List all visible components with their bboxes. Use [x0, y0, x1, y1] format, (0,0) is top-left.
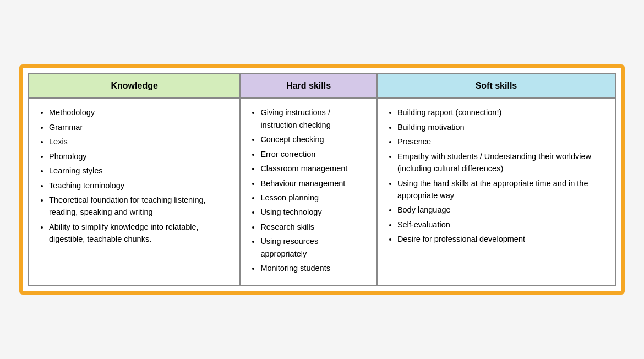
list-item: Behaviour management	[260, 177, 366, 189]
knowledge-cell: MethodologyGrammarLexisPhonologyLearning…	[29, 98, 240, 285]
list-item: Empathy with students / Understanding th…	[397, 150, 605, 175]
list-item: Using technology	[260, 206, 366, 218]
list-item: Using the hard skills at the appropriate…	[397, 177, 605, 202]
list-item: Theoretical foundation for teaching list…	[49, 194, 230, 219]
list-item: Grammar	[49, 121, 230, 133]
list-item: Ability to simplify knowledge into relat…	[49, 221, 230, 246]
list-item: Concept checking	[260, 133, 366, 145]
header-soft-skills: Soft skills	[377, 74, 615, 98]
header-hard-skills: Hard skills	[240, 74, 376, 98]
list-item: Building rapport (connection!)	[397, 106, 605, 118]
list-item: Monitoring students	[260, 262, 366, 274]
knowledge-list: MethodologyGrammarLexisPhonologyLearning…	[39, 106, 230, 246]
list-item: Building motivation	[397, 121, 605, 133]
list-item: Body language	[397, 204, 605, 216]
list-item: Methodology	[49, 106, 230, 118]
hard-skills-list: Giving instructions / instruction checki…	[250, 106, 366, 275]
soft-skills-cell: Building rapport (connection!)Building m…	[377, 98, 615, 285]
list-item: Lesson planning	[260, 192, 366, 204]
list-item: Lexis	[49, 135, 230, 148]
list-item: Error correction	[260, 148, 366, 160]
list-item: Giving instructions / instruction checki…	[260, 106, 366, 131]
list-item: Presence	[397, 135, 605, 148]
list-item: Learning styles	[49, 165, 230, 177]
hard-skills-cell: Giving instructions / instruction checki…	[240, 98, 376, 285]
list-item: Research skills	[260, 221, 366, 233]
list-item: Classroom management	[260, 162, 366, 175]
list-item: Using resources appropriately	[260, 235, 366, 260]
list-item: Self-evaluation	[397, 219, 605, 231]
list-item: Desire for professional development	[397, 233, 605, 245]
skills-table: Knowledge Hard skills Soft skills Method…	[28, 73, 616, 286]
list-item: Phonology	[49, 150, 230, 162]
outer-border: Knowledge Hard skills Soft skills Method…	[19, 64, 625, 295]
header-knowledge: Knowledge	[29, 74, 240, 98]
soft-skills-list: Building rapport (connection!)Building m…	[388, 106, 605, 246]
list-item: Teaching terminology	[49, 180, 230, 192]
